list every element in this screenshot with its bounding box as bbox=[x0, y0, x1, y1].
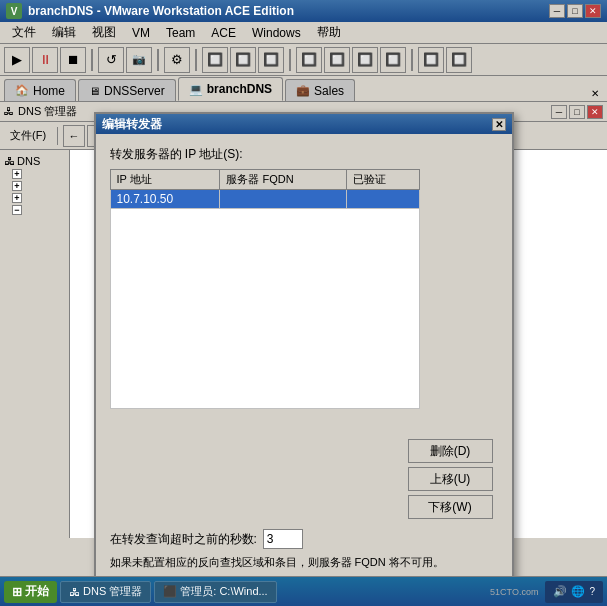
start-button[interactable]: ⊞ 开始 bbox=[4, 581, 57, 603]
windows-icon: ⊞ bbox=[12, 585, 22, 599]
move-down-button[interactable]: 下移(W) bbox=[408, 495, 493, 519]
timeout-input[interactable] bbox=[263, 529, 303, 549]
toolbar-settings[interactable]: ⚙ bbox=[164, 47, 190, 73]
dialog-close-button[interactable]: ✕ bbox=[492, 118, 506, 131]
tab-sales-icon: 💼 bbox=[296, 84, 310, 97]
toolbar-separator-4 bbox=[289, 49, 291, 71]
minimize-button[interactable]: ─ bbox=[549, 4, 565, 18]
tab-home-icon: 🏠 bbox=[15, 84, 29, 97]
menu-vm[interactable]: VM bbox=[124, 24, 158, 42]
taskbar: ⊞ 开始 🖧 DNS 管理器 ⬛ 管理员: C:\Wind... 51CTO.c… bbox=[0, 577, 607, 607]
watermark: 51CTO.com bbox=[490, 587, 538, 597]
menu-windows[interactable]: Windows bbox=[244, 24, 309, 42]
taskbar-dns-icon: 🖧 bbox=[69, 586, 80, 598]
tabs-container: 🏠 Home 🖥 DNSServer 💻 branchDNS 💼 Sales ✕ bbox=[0, 76, 607, 102]
toolbar-btn3[interactable]: 🔲 bbox=[258, 47, 284, 73]
toolbar: ▶ ⏸ ⏹ ↺ 📷 ⚙ 🔲 🔲 🔲 🔲 🔲 🔲 🔲 🔲 🔲 bbox=[0, 44, 607, 76]
menu-team[interactable]: Team bbox=[158, 24, 203, 42]
tab-dnsserver-label: DNSServer bbox=[104, 84, 165, 98]
status-bar: ⊞ 开始 🖧 DNS 管理器 ⬛ 管理员: C:\Wind... 51CTO.c… bbox=[0, 576, 607, 606]
toolbar-btn7[interactable]: 🔲 bbox=[380, 47, 406, 73]
toolbar-btn8[interactable]: 🔲 bbox=[418, 47, 444, 73]
tab-home[interactable]: 🏠 Home bbox=[4, 79, 76, 101]
tray-icon-sound: 🔊 bbox=[553, 585, 567, 598]
close-button[interactable]: ✕ bbox=[585, 4, 601, 18]
cell-empty bbox=[110, 209, 419, 409]
toolbar-separator-5 bbox=[411, 49, 413, 71]
taskbar-item-cmd[interactable]: ⬛ 管理员: C:\Wind... bbox=[154, 581, 276, 603]
delete-button[interactable]: 删除(D) bbox=[408, 439, 493, 463]
toolbar-separator-2 bbox=[157, 49, 159, 71]
tab-dnsserver[interactable]: 🖥 DNSServer bbox=[78, 79, 176, 101]
taskbar-cmd-label: 管理员: C:\Wind... bbox=[180, 584, 267, 599]
col-ip: IP 地址 bbox=[110, 170, 220, 190]
tray-icon-network: 🌐 bbox=[571, 585, 585, 598]
forwarder-action-buttons: 删除(D) 上移(U) 下移(W) bbox=[408, 417, 498, 519]
menu-file[interactable]: 文件 bbox=[4, 22, 44, 43]
tab-branchdns-label: branchDNS bbox=[207, 82, 272, 96]
tab-branchdns[interactable]: 💻 branchDNS bbox=[178, 77, 283, 101]
menu-ace[interactable]: ACE bbox=[203, 24, 244, 42]
toolbar-separator-3 bbox=[195, 49, 197, 71]
ip-section-label: 转发服务器的 IP 地址(S): bbox=[110, 146, 498, 163]
toolbar-btn6[interactable]: 🔲 bbox=[352, 47, 378, 73]
tray-time: ? bbox=[589, 586, 595, 597]
dialog-body: 转发服务器的 IP 地址(S): IP 地址 服务器 FQDN 已验证 bbox=[96, 134, 512, 594]
edit-forwarder-dialog: 编辑转发器 ✕ 转发服务器的 IP 地址(S): IP 地址 服务器 FQDN bbox=[94, 112, 514, 606]
table-and-buttons: IP 地址 服务器 FQDN 已验证 10.7.10.50 bbox=[110, 169, 498, 519]
maximize-button[interactable]: □ bbox=[567, 4, 583, 18]
col-fqdn: 服务器 FQDN bbox=[220, 170, 347, 190]
system-tray: 🔊 🌐 ? bbox=[545, 581, 603, 603]
menu-edit[interactable]: 编辑 bbox=[44, 22, 84, 43]
app-icon: V bbox=[6, 3, 22, 19]
toolbar-stop[interactable]: ⏹ bbox=[60, 47, 86, 73]
menu-bar: 文件 编辑 视图 VM Team ACE Windows 帮助 bbox=[0, 22, 607, 44]
note-text: 如果未配置相应的反向查找区域和条目，则服务器 FQDN 将不可用。 bbox=[110, 555, 498, 570]
toolbar-btn1[interactable]: 🔲 bbox=[202, 47, 228, 73]
tab-dnsserver-icon: 🖥 bbox=[89, 85, 100, 97]
taskbar-item-dns[interactable]: 🖧 DNS 管理器 bbox=[60, 581, 151, 603]
timeout-row: 在转发查询超时之前的秒数: bbox=[110, 529, 498, 549]
window-title: branchDNS - VMware Workstation ACE Editi… bbox=[28, 4, 294, 18]
main-content: 🖧 DNS 管理器 ─ □ ✕ 文件(F) ← → 🖧 DNS bbox=[0, 102, 607, 568]
toolbar-btn5[interactable]: 🔲 bbox=[324, 47, 350, 73]
cell-fqdn bbox=[220, 190, 347, 209]
menu-view[interactable]: 视图 bbox=[84, 22, 124, 43]
move-up-button[interactable]: 上移(U) bbox=[408, 467, 493, 491]
table-row[interactable]: 10.7.10.50 bbox=[110, 190, 419, 209]
tab-sales-label: Sales bbox=[314, 84, 344, 98]
dialog-title-bar: 编辑转发器 ✕ bbox=[96, 114, 512, 134]
toolbar-btn4[interactable]: 🔲 bbox=[296, 47, 322, 73]
toolbar-btn2[interactable]: 🔲 bbox=[230, 47, 256, 73]
tab-home-label: Home bbox=[33, 84, 65, 98]
toolbar-refresh[interactable]: ↺ bbox=[98, 47, 124, 73]
cell-ip: 10.7.10.50 bbox=[110, 190, 220, 209]
timeout-label: 在转发查询超时之前的秒数: bbox=[110, 531, 257, 548]
start-label: 开始 bbox=[25, 583, 49, 600]
taskbar-dns-label: DNS 管理器 bbox=[83, 584, 142, 599]
toolbar-pause[interactable]: ⏸ bbox=[32, 47, 58, 73]
toolbar-play[interactable]: ▶ bbox=[4, 47, 30, 73]
toolbar-btn9[interactable]: 🔲 bbox=[446, 47, 472, 73]
toolbar-snapshot[interactable]: 📷 bbox=[126, 47, 152, 73]
tab-sales[interactable]: 💼 Sales bbox=[285, 79, 355, 101]
title-bar: V branchDNS - VMware Workstation ACE Edi… bbox=[0, 0, 607, 22]
toolbar-separator-1 bbox=[91, 49, 93, 71]
tab-branchdns-icon: 💻 bbox=[189, 83, 203, 96]
forwarder-table: IP 地址 服务器 FQDN 已验证 10.7.10.50 bbox=[110, 169, 420, 409]
taskbar-cmd-icon: ⬛ bbox=[163, 585, 177, 598]
forwarder-table-container: IP 地址 服务器 FQDN 已验证 10.7.10.50 bbox=[110, 169, 420, 417]
dialog-overlay: 编辑转发器 ✕ 转发服务器的 IP 地址(S): IP 地址 服务器 FQDN bbox=[0, 102, 607, 568]
col-verified: 已验证 bbox=[346, 170, 419, 190]
watermark-text1: 51CTO.com bbox=[490, 587, 538, 597]
cell-verified bbox=[346, 190, 419, 209]
table-row-empty[interactable] bbox=[110, 209, 419, 409]
tabs-close[interactable]: ✕ bbox=[587, 86, 603, 101]
dialog-title-label: 编辑转发器 bbox=[102, 116, 162, 133]
window-controls: ─ □ ✕ bbox=[549, 4, 601, 18]
menu-help[interactable]: 帮助 bbox=[309, 22, 349, 43]
